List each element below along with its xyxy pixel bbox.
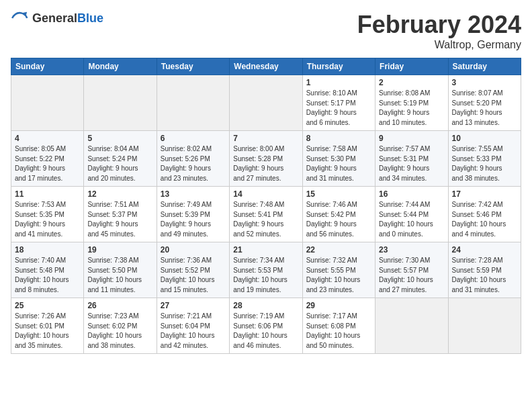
calendar-cell: 2Sunrise: 8:08 AM Sunset: 5:19 PM Daylig… [375,75,448,131]
day-info: Sunrise: 7:36 AM Sunset: 5:52 PM Dayligh… [161,256,226,295]
day-number: 8 [306,134,371,143]
day-number: 20 [161,245,226,255]
day-info: Sunrise: 7:42 AM Sunset: 5:46 PM Dayligh… [452,200,517,239]
logo-blue: Blue [77,11,103,26]
day-number: 16 [379,189,444,199]
column-header-wednesday: Wednesday [230,58,302,75]
calendar-cell: 19Sunrise: 7:38 AM Sunset: 5:50 PM Dayli… [84,242,157,298]
day-info: Sunrise: 7:55 AM Sunset: 5:33 PM Dayligh… [452,144,517,183]
calendar-cell: 8Sunrise: 7:58 AM Sunset: 5:30 PM Daylig… [302,131,375,187]
calendar-cell [11,75,84,131]
day-number: 22 [306,245,371,255]
calendar-cell: 23Sunrise: 7:30 AM Sunset: 5:57 PM Dayli… [375,242,448,298]
calendar-cell: 21Sunrise: 7:34 AM Sunset: 5:53 PM Dayli… [230,242,302,298]
day-number: 3 [452,78,517,87]
column-header-tuesday: Tuesday [157,58,229,75]
logo: GeneralBlue [11,11,103,26]
logo-icon [11,11,30,26]
calendar-cell: 18Sunrise: 7:40 AM Sunset: 5:48 PM Dayli… [11,242,84,298]
day-number: 11 [15,189,80,199]
day-number: 13 [161,189,226,199]
calendar-cell: 10Sunrise: 7:55 AM Sunset: 5:33 PM Dayli… [448,131,521,187]
calendar-cell [230,75,302,131]
page-header: GeneralBlue February 2024 Waltrop, Germa… [11,11,521,51]
day-number: 28 [233,301,298,310]
column-header-friday: Friday [375,58,448,75]
day-number: 21 [233,245,298,255]
calendar-cell: 12Sunrise: 7:51 AM Sunset: 5:37 PM Dayli… [84,187,157,242]
day-number: 1 [306,78,371,87]
day-number: 18 [15,245,80,255]
calendar-cell: 17Sunrise: 7:42 AM Sunset: 5:46 PM Dayli… [448,187,521,242]
day-info: Sunrise: 7:49 AM Sunset: 5:39 PM Dayligh… [161,200,226,239]
day-number: 25 [15,301,80,310]
day-info: Sunrise: 8:02 AM Sunset: 5:26 PM Dayligh… [161,144,226,183]
day-info: Sunrise: 7:38 AM Sunset: 5:50 PM Dayligh… [87,256,152,295]
calendar-cell: 26Sunrise: 7:23 AM Sunset: 6:02 PM Dayli… [84,298,157,354]
calendar-cell: 11Sunrise: 7:53 AM Sunset: 5:35 PM Dayli… [11,187,84,242]
calendar-cell: 5Sunrise: 8:04 AM Sunset: 5:24 PM Daylig… [84,131,157,187]
column-header-sunday: Sunday [11,58,84,75]
calendar-week-2: 4Sunrise: 8:05 AM Sunset: 5:22 PM Daylig… [11,131,521,187]
calendar-header-row: SundayMondayTuesdayWednesdayThursdayFrid… [11,58,521,75]
day-info: Sunrise: 8:10 AM Sunset: 5:17 PM Dayligh… [306,89,371,128]
calendar-cell: 6Sunrise: 8:02 AM Sunset: 5:26 PM Daylig… [157,131,229,187]
calendar-cell: 24Sunrise: 7:28 AM Sunset: 5:59 PM Dayli… [448,242,521,298]
day-info: Sunrise: 7:51 AM Sunset: 5:37 PM Dayligh… [87,200,152,239]
calendar-cell [84,75,157,131]
calendar-cell: 13Sunrise: 7:49 AM Sunset: 5:39 PM Dayli… [157,187,229,242]
day-info: Sunrise: 7:48 AM Sunset: 5:41 PM Dayligh… [233,200,298,239]
calendar-cell: 25Sunrise: 7:26 AM Sunset: 6:01 PM Dayli… [11,298,84,354]
day-info: Sunrise: 8:05 AM Sunset: 5:22 PM Dayligh… [15,144,80,183]
day-info: Sunrise: 7:17 AM Sunset: 6:08 PM Dayligh… [306,312,371,351]
day-info: Sunrise: 8:07 AM Sunset: 5:20 PM Dayligh… [452,89,517,128]
day-info: Sunrise: 7:23 AM Sunset: 6:02 PM Dayligh… [87,312,152,351]
day-number: 17 [452,189,517,199]
day-number: 6 [161,134,226,143]
day-number: 14 [233,189,298,199]
day-number: 9 [379,134,444,143]
calendar-cell [157,75,229,131]
day-info: Sunrise: 7:58 AM Sunset: 5:30 PM Dayligh… [306,144,371,183]
day-number: 24 [452,245,517,255]
page-title: February 2024 [357,11,521,39]
column-header-monday: Monday [84,58,157,75]
day-number: 12 [87,189,152,199]
title-block: February 2024 Waltrop, Germany [357,11,521,51]
calendar-week-4: 18Sunrise: 7:40 AM Sunset: 5:48 PM Dayli… [11,242,521,298]
day-info: Sunrise: 7:53 AM Sunset: 5:35 PM Dayligh… [15,200,80,239]
calendar-week-3: 11Sunrise: 7:53 AM Sunset: 5:35 PM Dayli… [11,187,521,242]
day-number: 29 [306,301,371,310]
day-number: 7 [233,134,298,143]
column-header-thursday: Thursday [302,58,375,75]
day-info: Sunrise: 7:40 AM Sunset: 5:48 PM Dayligh… [15,256,80,295]
calendar-cell: 7Sunrise: 8:00 AM Sunset: 5:28 PM Daylig… [230,131,302,187]
calendar-cell: 9Sunrise: 7:57 AM Sunset: 5:31 PM Daylig… [375,131,448,187]
day-number: 2 [379,78,444,87]
calendar-table: SundayMondayTuesdayWednesdayThursdayFrid… [11,58,521,354]
day-info: Sunrise: 8:08 AM Sunset: 5:19 PM Dayligh… [379,89,444,128]
calendar-cell: 28Sunrise: 7:19 AM Sunset: 6:06 PM Dayli… [230,298,302,354]
column-header-saturday: Saturday [448,58,521,75]
day-number: 5 [87,134,152,143]
day-info: Sunrise: 7:19 AM Sunset: 6:06 PM Dayligh… [233,312,298,351]
calendar-cell: 1Sunrise: 8:10 AM Sunset: 5:17 PM Daylig… [302,75,375,131]
day-info: Sunrise: 7:34 AM Sunset: 5:53 PM Dayligh… [233,256,298,295]
calendar-cell: 22Sunrise: 7:32 AM Sunset: 5:55 PM Dayli… [302,242,375,298]
calendar-cell: 3Sunrise: 8:07 AM Sunset: 5:20 PM Daylig… [448,75,521,131]
day-info: Sunrise: 7:46 AM Sunset: 5:42 PM Dayligh… [306,200,371,239]
calendar-cell: 15Sunrise: 7:46 AM Sunset: 5:42 PM Dayli… [302,187,375,242]
calendar-cell: 14Sunrise: 7:48 AM Sunset: 5:41 PM Dayli… [230,187,302,242]
calendar-cell [448,298,521,354]
day-info: Sunrise: 8:04 AM Sunset: 5:24 PM Dayligh… [87,144,152,183]
calendar-cell: 20Sunrise: 7:36 AM Sunset: 5:52 PM Dayli… [157,242,229,298]
day-number: 19 [87,245,152,255]
day-info: Sunrise: 7:57 AM Sunset: 5:31 PM Dayligh… [379,144,444,183]
day-info: Sunrise: 7:32 AM Sunset: 5:55 PM Dayligh… [306,256,371,295]
calendar-week-1: 1Sunrise: 8:10 AM Sunset: 5:17 PM Daylig… [11,75,521,131]
day-number: 26 [87,301,152,310]
day-number: 4 [15,134,80,143]
day-info: Sunrise: 8:00 AM Sunset: 5:28 PM Dayligh… [233,144,298,183]
day-info: Sunrise: 7:26 AM Sunset: 6:01 PM Dayligh… [15,312,80,351]
logo-general: General [32,11,77,26]
